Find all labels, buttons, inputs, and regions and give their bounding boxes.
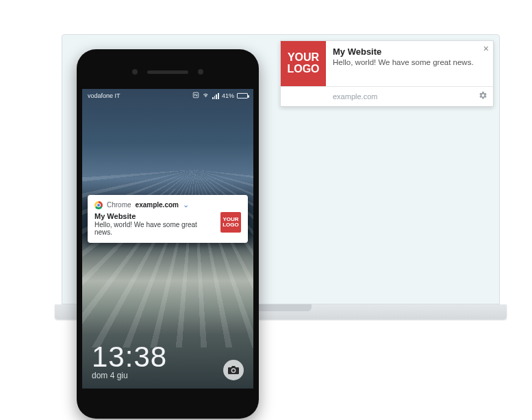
logo-text-small: YOUR LOGO bbox=[223, 217, 239, 228]
phone-bottom-bezel bbox=[82, 389, 253, 419]
logo-text: YOUR LOGO bbox=[287, 52, 319, 75]
lockscreen-time: 13:38 bbox=[92, 341, 167, 373]
mobile-notification-app: Chrome bbox=[107, 201, 131, 209]
mobile-notification-body: My Website Hello, world! We have some gr… bbox=[94, 212, 241, 236]
close-icon[interactable]: × bbox=[483, 44, 489, 53]
desktop-notification-footer: example.com bbox=[281, 86, 493, 106]
battery-icon bbox=[237, 93, 248, 99]
mobile-notification-title: My Website bbox=[94, 212, 215, 220]
status-bar: vodafone IT 41% bbox=[82, 89, 253, 101]
phone-camera-dot bbox=[132, 69, 138, 75]
camera-button[interactable] bbox=[223, 360, 244, 380]
mobile-notification-domain: example.com bbox=[136, 201, 179, 209]
mobile-notification-header: Chrome example.com ⌄ bbox=[94, 200, 241, 209]
desktop-notification-text: Hello, world! We have some great news. bbox=[333, 58, 486, 66]
nfc-icon bbox=[192, 92, 199, 100]
lockscreen-timeblock: 13:38 dom 4 giu bbox=[92, 341, 167, 380]
mobile-notification-logo: YOUR LOGO bbox=[220, 212, 241, 233]
lockscreen: 13:38 dom 4 giu bbox=[92, 341, 244, 380]
status-right: 41% bbox=[192, 92, 248, 100]
phone-top-bezel bbox=[82, 55, 253, 89]
phone-mockup: vodafone IT 41% Chrome example.com bbox=[77, 49, 259, 419]
desktop-notification-body: × My Website Hello, world! We have some … bbox=[326, 41, 493, 86]
chevron-down-icon[interactable]: ⌄ bbox=[183, 200, 189, 209]
chrome-icon bbox=[94, 201, 103, 209]
laptop-notch bbox=[250, 304, 312, 311]
status-carrier: vodafone IT bbox=[88, 92, 121, 99]
status-battery-pct: 41% bbox=[222, 92, 234, 99]
mobile-notification[interactable]: Chrome example.com ⌄ My Website Hello, w… bbox=[88, 195, 248, 243]
desktop-notification-title: My Website bbox=[333, 47, 486, 57]
phone-speaker bbox=[147, 70, 188, 74]
desktop-notification-logo: YOUR LOGO bbox=[281, 41, 326, 86]
wifi-icon bbox=[202, 92, 210, 100]
phone-screen: vodafone IT 41% Chrome example.com bbox=[82, 89, 253, 389]
desktop-notification[interactable]: YOUR LOGO × My Website Hello, world! We … bbox=[280, 40, 494, 107]
signal-icon bbox=[212, 92, 219, 99]
phone-sensor-dot bbox=[198, 69, 203, 75]
desktop-notification-main: YOUR LOGO × My Website Hello, world! We … bbox=[281, 41, 493, 86]
camera-icon bbox=[228, 366, 239, 374]
mobile-notification-textblock: My Website Hello, world! We have some gr… bbox=[94, 212, 215, 236]
desktop-notification-domain: example.com bbox=[333, 92, 377, 101]
mobile-notification-text: Hello, world! We have some great news. bbox=[94, 221, 215, 236]
gear-icon[interactable] bbox=[479, 91, 487, 102]
